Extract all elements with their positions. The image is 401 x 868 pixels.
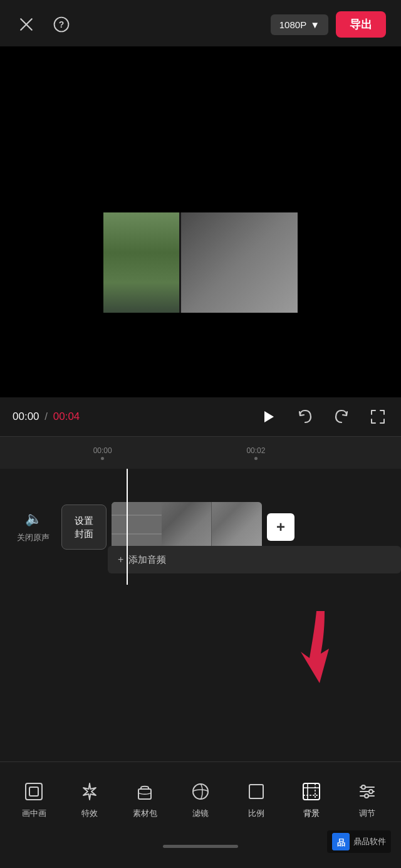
video-preview xyxy=(0,46,401,397)
video-black-top xyxy=(103,103,298,212)
tool-background[interactable]: 背景 xyxy=(289,780,333,819)
svg-rect-22 xyxy=(249,785,263,798)
canvas-icon xyxy=(23,780,45,803)
video-image-area xyxy=(103,212,298,313)
tool-adjust[interactable]: 调节 xyxy=(345,780,389,819)
watermark-label: 鼎品软件 xyxy=(353,836,386,847)
mute-label: 关闭原声 xyxy=(17,532,49,543)
tool-materials[interactable]: 素材包 xyxy=(123,780,167,819)
video-left xyxy=(103,212,181,313)
cover-label-1: 设置 xyxy=(75,515,93,526)
adjust-label: 调节 xyxy=(359,808,375,819)
marker-dot-1 xyxy=(254,457,258,460)
svg-text:?: ? xyxy=(59,19,65,29)
video-divider xyxy=(179,212,181,313)
track-thumb-3 xyxy=(212,502,262,552)
marker-time-1: 00:02 xyxy=(246,446,265,455)
timeline-marker-0: 00:00 xyxy=(93,446,112,460)
filter-label: 滤镜 xyxy=(192,808,209,819)
help-button[interactable]: ? xyxy=(50,13,73,36)
marker-time-0: 00:00 xyxy=(93,446,112,455)
background-icon xyxy=(300,780,323,803)
video-track: + xyxy=(112,502,401,552)
effects-icon xyxy=(78,780,101,803)
bottom-toolbar: 画中画 特效 素材包 滤镜 xyxy=(0,761,401,837)
svg-rect-16 xyxy=(112,515,162,516)
arrow-annotation xyxy=(282,605,357,686)
playback-controls xyxy=(256,405,388,429)
materials-icon xyxy=(133,780,156,803)
track-clip[interactable] xyxy=(112,502,262,552)
tool-filter[interactable]: 滤镜 xyxy=(179,780,222,819)
svg-rect-19 xyxy=(29,787,38,796)
redo-button[interactable] xyxy=(331,406,352,427)
watermark-logo: 品 xyxy=(332,833,350,850)
canvas-label: 画中画 xyxy=(22,808,46,819)
audio-add-icon: + xyxy=(118,554,123,565)
resolution-label: 1080P xyxy=(279,19,306,30)
resolution-arrow-icon: ▼ xyxy=(310,19,320,30)
mute-button[interactable]: 🔈 关闭原声 xyxy=(11,511,55,543)
undo-button[interactable] xyxy=(294,406,316,427)
export-button[interactable]: 导出 xyxy=(336,11,386,38)
ratio-icon xyxy=(245,780,268,803)
video-frame xyxy=(103,103,298,341)
add-clip-button[interactable]: + xyxy=(267,513,294,541)
tool-ratio[interactable]: 比例 xyxy=(234,780,278,819)
svg-rect-17 xyxy=(112,533,162,535)
background-label: 背景 xyxy=(303,808,320,819)
watermark: 品 鼎品软件 xyxy=(327,830,391,853)
playback-bar: 00:00 / 00:04 xyxy=(0,397,401,436)
marker-dot-0 xyxy=(101,457,104,460)
svg-point-33 xyxy=(365,794,368,798)
svg-point-21 xyxy=(193,784,208,799)
timeline-marker-1: 00:02 xyxy=(246,446,265,460)
top-bar: ? 1080P ▼ 导出 xyxy=(0,0,401,46)
materials-label: 素材包 xyxy=(133,808,157,819)
ratio-label: 比例 xyxy=(248,808,264,819)
timeline-ruler: 00:00 00:02 xyxy=(0,436,401,469)
time-display: 00:00 / 00:04 xyxy=(13,410,80,423)
mute-icon: 🔈 xyxy=(25,511,42,527)
svg-text:品: 品 xyxy=(337,838,345,847)
home-indicator xyxy=(163,845,238,848)
adjust-icon xyxy=(356,780,378,803)
cover-label-2: 封面 xyxy=(75,528,93,539)
play-button[interactable] xyxy=(256,405,279,429)
svg-point-29 xyxy=(362,785,365,789)
audio-label: 添加音频 xyxy=(128,554,166,566)
tool-effects[interactable]: 特效 xyxy=(68,780,112,819)
set-cover-button[interactable]: 设置 封面 xyxy=(61,505,107,550)
top-bar-left: ? xyxy=(15,13,73,36)
audio-track[interactable]: + 添加音频 xyxy=(108,546,401,573)
svg-marker-4 xyxy=(264,411,274,422)
track-area: 🔈 关闭原声 设置 封面 xyxy=(0,469,401,585)
svg-rect-23 xyxy=(303,783,320,800)
tool-canvas[interactable]: 画中画 xyxy=(12,780,56,819)
current-time: 00:00 xyxy=(13,410,39,422)
top-bar-right: 1080P ▼ 导出 xyxy=(271,11,386,38)
time-separator: / xyxy=(44,410,48,422)
video-right xyxy=(181,212,298,313)
total-time: 00:04 xyxy=(53,410,80,422)
track-thumb-2 xyxy=(162,502,212,552)
svg-rect-15 xyxy=(112,502,162,552)
playhead xyxy=(127,469,128,585)
svg-rect-18 xyxy=(26,783,42,800)
video-black-bottom xyxy=(103,313,298,341)
timeline-ruler-inner: 00:00 00:02 xyxy=(9,437,392,469)
filter-icon xyxy=(189,780,212,803)
svg-point-31 xyxy=(369,790,373,793)
effects-label: 特效 xyxy=(81,808,98,819)
close-button[interactable] xyxy=(15,13,38,36)
fullscreen-button[interactable] xyxy=(367,406,388,427)
resolution-button[interactable]: 1080P ▼ xyxy=(271,14,328,35)
